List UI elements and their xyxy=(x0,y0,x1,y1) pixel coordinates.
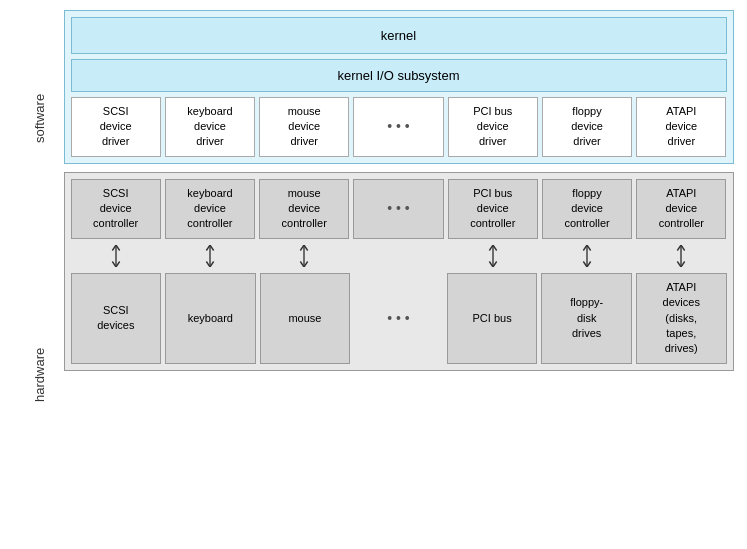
kernel-box: kernel xyxy=(71,17,727,54)
kernel-label: kernel xyxy=(381,28,416,43)
section-divider xyxy=(64,164,734,172)
scsi-devices-box: SCSIdevices xyxy=(71,273,162,364)
arrows-row xyxy=(71,244,727,268)
arrow-scsi xyxy=(71,244,161,268)
keyboard-devices-box: keyboard xyxy=(165,273,256,364)
scsi-controller-box: SCSIdevicecontroller xyxy=(71,179,161,239)
atapi-devices-box: ATAPIdevices(disks,tapes,drives) xyxy=(636,273,727,364)
keyboard-controller-box: keyboarddevicecontroller xyxy=(165,179,255,239)
main-content: kernel kernel I/O subsystem SCSIdevicedr… xyxy=(64,10,734,540)
scsi-driver-box: SCSIdevicedriver xyxy=(71,97,161,157)
mouse-devices-box: mouse xyxy=(260,273,351,364)
pci-driver-box: PCI busdevicedriver xyxy=(448,97,538,157)
mouse-driver-box: mousedevicedriver xyxy=(259,97,349,157)
keyboard-driver-box: keyboarddevicedriver xyxy=(165,97,255,157)
arrow-floppy xyxy=(542,244,632,268)
diagram-wrapper: software hardware kernel kernel I/O subs… xyxy=(14,10,734,540)
software-section: kernel kernel I/O subsystem SCSIdevicedr… xyxy=(64,10,734,164)
kernel-io-box: kernel I/O subsystem xyxy=(71,59,727,92)
dots-driver-box: • • • xyxy=(353,97,443,157)
side-labels: software hardware xyxy=(14,10,64,540)
atapi-driver-box: ATAPIdevicedriver xyxy=(636,97,726,157)
atapi-controller-box: ATAPIdevicecontroller xyxy=(636,179,726,239)
floppy-devices-box: floppy-diskdrives xyxy=(541,273,632,364)
arrow-pci xyxy=(448,244,538,268)
arrow-dots xyxy=(353,244,443,268)
arrow-atapi xyxy=(636,244,726,268)
controllers-row: SCSIdevicecontroller keyboarddevicecontr… xyxy=(71,179,727,239)
arrow-mouse xyxy=(259,244,349,268)
dots-devices-box: • • • xyxy=(354,273,443,364)
arrow-keyboard xyxy=(165,244,255,268)
mouse-controller-box: mousedevicecontroller xyxy=(259,179,349,239)
pci-devices-box: PCI bus xyxy=(447,273,538,364)
software-label: software xyxy=(14,18,64,218)
hardware-section: SCSIdevicecontroller keyboarddevicecontr… xyxy=(64,172,734,371)
devices-row: SCSIdevices keyboard mouse • • • PCI bus… xyxy=(71,273,727,364)
hardware-label: hardware xyxy=(14,218,64,532)
drivers-row: SCSIdevicedriver keyboarddevicedriver mo… xyxy=(71,97,727,157)
floppy-driver-box: floppydevicedriver xyxy=(542,97,632,157)
dots-controller-box: • • • xyxy=(353,179,443,239)
kernel-io-label: kernel I/O subsystem xyxy=(337,68,459,83)
pci-controller-box: PCI busdevicecontroller xyxy=(448,179,538,239)
floppy-controller-box: floppydevicecontroller xyxy=(542,179,632,239)
